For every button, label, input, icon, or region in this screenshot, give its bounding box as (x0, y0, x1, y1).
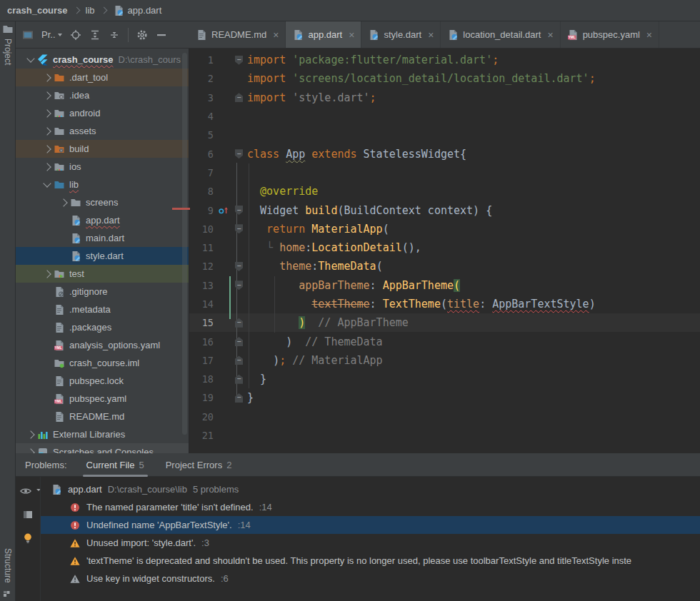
breadcrumb-item-crash_course[interactable]: crash_course (7, 5, 68, 16)
breadcrumb-item-lib[interactable]: lib (86, 5, 95, 16)
tree-item-.idea[interactable]: .idea (16, 86, 189, 104)
code-line-6[interactable]: 6−class App extends StatelessWidget{ (189, 144, 700, 163)
bulb-icon[interactable] (22, 532, 34, 544)
fold-marker[interactable]: − (231, 206, 247, 215)
collapse-all-icon[interactable] (109, 29, 120, 41)
problem-row[interactable]: Use key in widget constructors.:6 (41, 570, 700, 587)
fold-down-icon[interactable]: − (235, 149, 243, 158)
project-view-icon[interactable] (22, 29, 34, 41)
code-line-20[interactable]: 20 (189, 408, 700, 426)
fold-down-icon[interactable]: − (235, 206, 243, 215)
tree-item-.dart_tool[interactable]: .dart_tool (16, 69, 189, 86)
tab-style.dart[interactable]: style.dart× (361, 21, 441, 48)
tree-item-.metadata[interactable]: .metadata (16, 300, 189, 318)
close-icon[interactable]: × (428, 29, 434, 41)
fold-down-icon[interactable]: − (235, 224, 243, 233)
tab-app.dart[interactable]: app.dart× (286, 21, 361, 48)
tree-item-android[interactable]: android (16, 104, 189, 122)
chevron-down-icon[interactable] (24, 58, 37, 61)
tree-item-README.md[interactable]: README.md (16, 408, 189, 425)
code-line-5[interactable]: 5 (189, 126, 700, 144)
locate-icon[interactable] (70, 29, 81, 41)
close-icon[interactable]: × (646, 29, 652, 41)
problem-row[interactable]: 'textTheme' is deprecated and shouldn't … (41, 552, 700, 570)
problems-tab-Project Errors[interactable]: Project Errors2 (164, 453, 234, 477)
fold-up-icon[interactable]: − (235, 337, 243, 346)
tree-item-External Libraries[interactable]: External Libraries (16, 425, 189, 443)
eye-icon[interactable] (20, 485, 31, 497)
fold-marker[interactable]: − (231, 149, 247, 158)
tree-item-screens[interactable]: screens (16, 193, 189, 211)
code-line-15[interactable]: 15− ) // AppBarTheme (189, 313, 700, 332)
tree-item-pubspec.lock[interactable]: pubspec.lock (16, 372, 189, 390)
code-line-8[interactable]: 8 @override (189, 182, 700, 201)
fold-marker[interactable]: − (231, 56, 247, 65)
close-icon[interactable]: × (273, 29, 279, 41)
tree-item-assets[interactable]: assets (16, 122, 189, 140)
close-icon[interactable]: × (547, 29, 553, 41)
hide-icon[interactable] (156, 29, 167, 41)
code-editor[interactable]: 1−import 'package:flutter/material.dart'… (189, 49, 700, 453)
tree-item-lib[interactable]: lib (16, 176, 189, 193)
code-line-18[interactable]: 18− } (189, 370, 700, 388)
fold-marker[interactable]: − (231, 375, 247, 384)
fold-marker[interactable]: − (231, 262, 247, 271)
overrides-icon[interactable] (216, 205, 231, 216)
code-line-10[interactable]: 10− return MaterialApp( (189, 220, 700, 238)
fold-marker[interactable]: − (231, 281, 247, 290)
fold-down-icon[interactable]: − (235, 281, 243, 290)
code-line-2[interactable]: 2import 'screens/location_detail/locatio… (189, 69, 700, 88)
tree-item-ios[interactable]: ios (16, 158, 189, 176)
tree-item-app.dart[interactable]: app.dart (16, 211, 189, 229)
code-line-14[interactable]: 14 textTheme: TextTheme(title: AppBarTex… (189, 295, 700, 313)
chevron-down-icon[interactable] (40, 183, 54, 186)
code-line-7[interactable]: 7 (189, 163, 700, 182)
tree-item-crash_course[interactable]: crash_courseD:\crash_cours (16, 51, 189, 69)
fold-up-icon[interactable]: − (235, 375, 243, 384)
fold-marker[interactable]: − (231, 224, 247, 233)
chevron-right-icon[interactable] (40, 146, 54, 152)
code-line-9[interactable]: 9− Widget build(BuildContext context) { (189, 201, 700, 219)
fold-up-icon[interactable]: − (235, 393, 243, 403)
problem-row[interactable]: Undefined name 'AppBarTextStyle'.:14 (41, 516, 700, 534)
settings-icon[interactable] (136, 29, 148, 41)
code-line-17[interactable]: 17− ); // MaterialApp (189, 351, 700, 370)
code-line-13[interactable]: 13− appBarTheme: AppBarTheme( (189, 276, 700, 295)
chevron-right-icon[interactable] (40, 164, 54, 170)
fold-down-icon[interactable]: − (235, 262, 243, 271)
code-line-1[interactable]: 1−import 'package:flutter/material.dart'… (189, 51, 700, 69)
fold-marker[interactable]: − (231, 337, 247, 346)
problems-tab-Current File[interactable]: Current File5 (84, 453, 146, 477)
chevron-right-icon[interactable] (40, 128, 54, 134)
code-line-16[interactable]: 16− ) // ThemeData (189, 332, 700, 350)
tree-item-.packages[interactable]: .packages (16, 318, 189, 336)
fold-marker[interactable]: − (231, 318, 247, 328)
override-icon[interactable] (218, 205, 229, 216)
project-tool-tab[interactable]: Project (0, 24, 15, 65)
chevron-right-icon[interactable] (40, 93, 54, 99)
fold-marker[interactable]: − (231, 393, 247, 403)
structure-tool-tab[interactable]: Structure (0, 548, 15, 598)
problem-row[interactable]: The named parameter 'title' isn't define… (41, 498, 700, 516)
code-line-3[interactable]: 3−import 'style.dart'; (189, 89, 700, 107)
chevron-right-icon[interactable] (40, 111, 54, 116)
code-line-19[interactable]: 19−} (189, 388, 700, 407)
tree-item-.gitignore[interactable]: .gitignore (16, 283, 189, 300)
problems-file-row[interactable]: app.dartD:\crash_course\lib5 problems (41, 480, 700, 498)
tree-item-analysis_options.yaml[interactable]: YMLanalysis_options.yaml (16, 336, 189, 354)
fold-down-icon[interactable]: − (235, 56, 243, 65)
tree-item-test[interactable]: test (16, 265, 189, 283)
code-line-4[interactable]: 4 (189, 107, 700, 126)
problem-row[interactable]: Unused import: 'style.dart'.:3 (41, 534, 700, 552)
fold-marker[interactable]: − (231, 355, 247, 365)
project-tree-scrollbar[interactable] (182, 53, 187, 435)
tab-README.md[interactable]: README.md× (189, 21, 286, 48)
fold-up-icon[interactable]: − (235, 318, 243, 328)
close-icon[interactable]: × (349, 29, 354, 41)
tree-item-Scratches and Consoles[interactable]: Scratches and Consoles (16, 443, 189, 453)
tree-item-style.dart[interactable]: style.dart (16, 247, 189, 265)
tree-item-build[interactable]: build (16, 140, 189, 158)
tree-item-pubspec.yaml[interactable]: YMLpubspec.yaml (16, 390, 189, 408)
fold-up-icon[interactable]: − (235, 93, 243, 102)
fold-up-icon[interactable]: − (235, 355, 243, 365)
